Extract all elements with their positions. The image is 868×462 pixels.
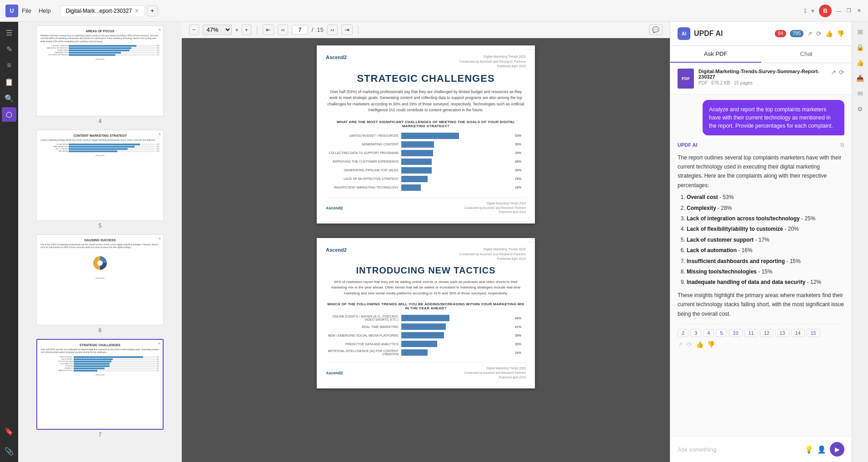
page-8-bar-chart: ONLINE EVENTS / SHOWS (E.G., PODCAST, VI…: [326, 315, 526, 356]
thumb-num-6: 6: [99, 327, 102, 333]
right-icon-bar: ⊞ 🔒 👍 📤 ✉ ⚙: [852, 22, 868, 462]
topbar-right: 1 ▼ B — ❐ ✕: [803, 5, 863, 17]
complaints-list: Overall cost - 53%Complexity - 28%Lack o…: [678, 193, 844, 287]
page-link-4[interactable]: 4: [703, 329, 714, 337]
right-icon-lock[interactable]: 🔒: [854, 41, 867, 54]
thumb-close-5[interactable]: ✕: [158, 132, 161, 136]
page-link-5[interactable]: 5: [716, 329, 727, 337]
right-icon-grid[interactable]: ⊞: [854, 25, 867, 38]
user-message: Analyze and report the top complaints ma…: [703, 100, 844, 135]
ai-avatar-button[interactable]: 👤: [817, 445, 826, 454]
minimize-button[interactable]: —: [835, 7, 843, 15]
close-button[interactable]: ✕: [855, 7, 863, 15]
refresh-resp-button[interactable]: ⟳: [687, 341, 692, 348]
pdf-viewer: − 47% 50% 75% 100% ▾ + ⇤ ‹‹ / 15 ›› ⇥ 💬 …: [182, 22, 670, 462]
bar-row: REAL-TIME MARKETING41%: [326, 323, 526, 330]
thumb-title-5: CONTENT MARKETING STRATEGY: [40, 134, 160, 137]
ai-input-field[interactable]: [678, 446, 801, 453]
nav-first-button[interactable]: ⇤: [263, 25, 274, 35]
thumb-card-5[interactable]: ✕ CONTENT MARKETING STRATEGY Content mar…: [36, 130, 164, 221]
user-avatar[interactable]: B: [819, 5, 832, 17]
bar-row: PREDICTIVE DATA AND ANALYTICS33%: [326, 341, 526, 347]
maximize-button[interactable]: ❐: [845, 7, 853, 15]
menu-file[interactable]: File: [22, 7, 31, 14]
new-tab-button[interactable]: +: [147, 5, 158, 16]
bar-fill: [401, 323, 446, 330]
thumb-text-4: Marketers will have a strong focus on op…: [40, 35, 160, 43]
doc-icon: PDF: [678, 69, 694, 89]
page-corner-btn-7[interactable]: ⋯: [529, 47, 533, 52]
bar-fill: [401, 159, 432, 165]
doc-actions: ↗ ⟳: [831, 69, 844, 76]
nav-prev-button[interactable]: ‹‹: [278, 25, 288, 35]
share-resp-button[interactable]: ↗: [678, 341, 683, 348]
sidebar-icon-comments[interactable]: 📋: [2, 75, 16, 89]
page-link-12[interactable]: 12: [760, 329, 773, 337]
sidebar-icon-attach[interactable]: 📎: [2, 444, 16, 458]
menu-help[interactable]: Help: [39, 7, 51, 14]
copy-response-button[interactable]: ⧉: [840, 142, 844, 148]
comment-button[interactable]: 💬: [649, 25, 663, 35]
bar-fill: [401, 315, 449, 321]
thumbdown-resp-button[interactable]: 👎: [707, 341, 715, 348]
tab-ask-pdf[interactable]: Ask PDF: [670, 46, 761, 63]
sidebar-icon-bookmark[interactable]: 🔖: [2, 424, 16, 438]
thumb-close-7[interactable]: ✕: [158, 342, 161, 346]
page-link-14[interactable]: 14: [791, 329, 805, 337]
page-counter: 1: [803, 8, 807, 14]
sidebar-icon-pages[interactable]: ≡: [2, 58, 16, 73]
nav-next-button[interactable]: ››: [327, 25, 338, 35]
sidebar-icon-search[interactable]: 🔍: [2, 91, 16, 105]
gauging-pie-chart: [91, 254, 109, 272]
sidebar-icon-edit[interactable]: ✎: [2, 42, 16, 56]
page-number-input[interactable]: [292, 25, 308, 35]
thumb-card-4[interactable]: ✕ AREAS OF FOCUS Marketers will have a s…: [36, 25, 164, 116]
bar-row: ONLINE EVENTS / SHOWS (E.G., PODCAST, VI…: [326, 315, 526, 321]
current-tab[interactable]: Digital-Mark...eport-230327 ✕: [60, 5, 145, 16]
page-link-3[interactable]: 3: [690, 329, 701, 337]
complaint-item: Insufficient dashboards and reporting - …: [687, 257, 844, 266]
ai-thumbdown-button[interactable]: 👎: [837, 30, 844, 37]
thumb-card-7[interactable]: ✕ STRATEGIC CHALLENGES Over half (53%) s…: [36, 339, 164, 430]
bar-label: ONLINE EVENTS / SHOWS (E.G., PODCAST, VI…: [326, 315, 399, 321]
page-7-bar-chart: LIMITED BUDGET / RESOURCES53%GENERATING …: [326, 133, 526, 191]
page-link-2[interactable]: 2: [678, 329, 688, 337]
thumb-close-4[interactable]: ✕: [158, 28, 161, 32]
page-link-15[interactable]: 15: [807, 329, 820, 337]
right-icon-settings[interactable]: ⚙: [854, 103, 867, 115]
doc-share-button[interactable]: ↗: [831, 69, 836, 76]
ai-send-button[interactable]: ▶: [830, 442, 844, 457]
nav-last-button[interactable]: ⇥: [341, 25, 353, 35]
pdf-toolbar: − 47% 50% 75% 100% ▾ + ⇤ ‹‹ / 15 ›› ⇥ 💬: [182, 22, 670, 38]
tab-chat[interactable]: Chat: [761, 46, 852, 63]
thumbup-resp-button[interactable]: 👍: [696, 341, 703, 348]
right-icon-mail[interactable]: ✉: [854, 87, 867, 100]
page-link-11[interactable]: 11: [744, 329, 758, 337]
zoom-out-button[interactable]: −: [189, 25, 199, 35]
app-logo-icon: U: [5, 5, 18, 17]
page-corner-btn-8[interactable]: ⋯: [529, 240, 533, 245]
thumb-card-6[interactable]: ✕ GAUGING SUCCESS One in five (20%) of m…: [36, 234, 164, 325]
ai-light-button[interactable]: 💡: [804, 445, 813, 454]
sidebar-icon-ai[interactable]: ⬡: [2, 107, 16, 122]
zoom-select[interactable]: 47% 50% 75% 100%: [203, 25, 232, 35]
page-7-footer-info: Digital Marketing Trends 2023Conducted b…: [464, 201, 526, 214]
ai-refresh-button[interactable]: ⟳: [816, 30, 822, 37]
bar-container: [401, 176, 510, 182]
right-icon-share[interactable]: 📤: [854, 72, 867, 84]
page-link-10[interactable]: 10: [729, 329, 743, 337]
ai-share-button[interactable]: ↗: [807, 30, 813, 37]
tab-close-icon[interactable]: ✕: [135, 8, 139, 14]
doc-refresh-button[interactable]: ⟳: [839, 69, 844, 76]
sidebar-icon-thumbnails[interactable]: ☰: [2, 25, 16, 40]
page-links: 2345101112131415: [678, 324, 844, 337]
page-link-13[interactable]: 13: [775, 329, 789, 337]
thumb-close-6[interactable]: ✕: [158, 237, 161, 241]
zoom-in-button[interactable]: +: [242, 25, 252, 35]
ai-thumbup-button[interactable]: 👍: [825, 30, 833, 37]
resp-actions: ↗ ⟳ 👍 👎: [678, 341, 844, 348]
main-area: ☰ ✎ ≡ 📋 🔍 ⬡ 🔖 📎 ✕ AREAS OF FOCUS Markete…: [0, 22, 868, 462]
ai-panel: AI UPDF AI 84 795 ↗ ⟳ 👍 👎 Ask PDF Chat P…: [670, 22, 852, 462]
app-logo: U: [5, 5, 18, 17]
right-icon-thumbup[interactable]: 👍: [854, 56, 867, 69]
